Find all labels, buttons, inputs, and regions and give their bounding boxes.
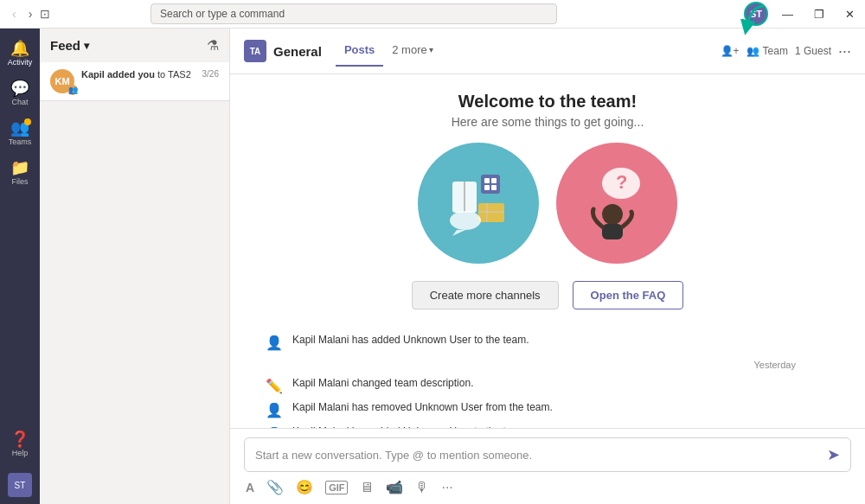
minimize-button[interactable]: — [775, 0, 800, 29]
feed-list-item[interactable]: KM 👥 Kapil added you to TAS2 3/26 [40, 62, 229, 101]
feed-item-content: Kapil added you to TAS2 [81, 69, 195, 80]
help-icon: ❓ [10, 431, 29, 447]
sidebar-item-help[interactable]: ❓ Help [2, 426, 38, 463]
team-icon: 👥 [746, 45, 759, 57]
gif-icon[interactable]: GIF [325, 481, 348, 494]
activity-item: 👤 Kapil Malani has removed Unknown User … [265, 398, 830, 422]
svg-rect-15 [602, 224, 623, 239]
sidebar-item-chat-label: Chat [11, 98, 28, 106]
title-bar: ‹ › ⊡ Search or type a command ST — ❐ ✕ [0, 0, 865, 29]
svg-point-10 [450, 211, 481, 230]
close-button[interactable]: ✕ [838, 0, 862, 29]
nav-back-button[interactable]: ‹ [9, 5, 20, 22]
header-right: 👤+ 👥 Team 1 Guest ··· [721, 42, 851, 61]
activity-text-1: Kapil Malani has added Unknown User to t… [292, 334, 529, 346]
teams-badge [24, 118, 31, 125]
main-content: TA General Posts 2 more ▾ 👤+ 👥 Team 1 Gu… [230, 29, 865, 504]
illustration-teal [418, 143, 539, 264]
feed-filter-button[interactable]: ⚗ [207, 37, 219, 54]
activity-add-icon: 👤 [265, 335, 284, 351]
channel-header: TA General Posts 2 more ▾ 👤+ 👥 Team 1 Gu… [230, 29, 865, 74]
screen-share-icon[interactable]: 🖥 [360, 480, 374, 495]
format-icon[interactable]: A [246, 481, 254, 494]
svg-marker-11 [452, 230, 465, 236]
activity-edit-icon: ✏️ [265, 378, 284, 394]
attach-icon[interactable]: 📎 [266, 479, 284, 495]
team-label-button[interactable]: 👥 Team [746, 45, 788, 57]
user-avatar[interactable]: ST [744, 2, 768, 26]
svg-rect-6 [491, 185, 497, 190]
video-icon[interactable]: 📹 [386, 479, 403, 495]
activity-list: 👤 Kapil Malani has added Unknown User to… [230, 330, 865, 428]
welcome-title: Welcome to the team! [458, 92, 637, 112]
add-person-icon: 👤+ [721, 45, 740, 57]
date-separator: Yesterday [265, 354, 830, 373]
restore-button[interactable]: ❐ [807, 0, 831, 29]
sidebar-item-files-label: Files [11, 177, 28, 186]
nav-forward-button[interactable]: › [25, 5, 36, 22]
action-buttons: Create more channels Open the FAQ [412, 281, 684, 309]
guest-count: 1 Guest [795, 45, 831, 57]
sidebar-item-files[interactable]: 📁 Files [2, 155, 38, 191]
title-bar-right: ST — ❐ ✕ [744, 0, 865, 29]
open-faq-button[interactable]: Open the FAQ [573, 281, 684, 309]
svg-rect-3 [484, 178, 490, 183]
sidebar-item-activity-label: Activity [8, 58, 33, 67]
activity-item: 👤 Kapil Malani has added Unknown User to… [265, 330, 830, 354]
activity-text-3: Kapil Malani has removed Unknown User fr… [292, 401, 553, 413]
feed-dropdown-icon[interactable]: ▾ [84, 40, 89, 52]
welcome-area: Welcome to the team! Here are some thing… [230, 74, 865, 428]
welcome-illustrations: ? [418, 143, 677, 264]
svg-rect-5 [484, 185, 490, 190]
compose-area: Start a new conversation. Type @ to ment… [230, 428, 865, 504]
team-label: Team [763, 45, 788, 57]
sidebar: 🔔 Activity 💬 Chat 👥 Teams 📁 Files ❓ Help [0, 29, 40, 504]
chat-icon: 💬 [10, 80, 29, 96]
channel-more-options-button[interactable]: ··· [838, 42, 851, 61]
nav-controls: ‹ › [0, 5, 40, 22]
search-bar[interactable]: Search or type a command [151, 3, 557, 24]
feed-item-avatar: KM 👥 [50, 69, 74, 93]
sidebar-item-teams[interactable]: 👥 Teams [2, 115, 38, 151]
feed-item-date: 3/26 [202, 69, 219, 79]
files-icon: 📁 [10, 160, 29, 175]
compose-box[interactable]: Start a new conversation. Type @ to ment… [244, 437, 851, 472]
feed-item-text: to TAS2 [157, 69, 191, 80]
activity-text-2: Kapil Malani changed team description. [292, 377, 473, 389]
add-member-button[interactable]: 👤+ [721, 45, 740, 57]
sidebar-item-chat[interactable]: 💬 Chat [2, 75, 38, 112]
feed-item-bold: Kapil added you [81, 69, 155, 80]
team-avatar: TA [244, 40, 266, 62]
channel-tabs: Posts 2 more ▾ [336, 35, 442, 67]
sidebar-item-activity[interactable]: 🔔 Activity [2, 35, 38, 72]
tab-more[interactable]: 2 more ▾ [383, 35, 441, 67]
svg-text:?: ? [616, 171, 627, 193]
channel-name: General [273, 44, 322, 59]
feed-title: Feed ▾ [50, 38, 89, 53]
illustration-pink: ? [556, 143, 677, 264]
activity-item: 👤 Kapil Malani has added Unknown User to… [265, 422, 830, 428]
feed-avatar-badge: 👥 [67, 85, 78, 95]
feed-header: Feed ▾ ⚗ [40, 29, 229, 62]
app-body: 🔔 Activity 💬 Chat 👥 Teams 📁 Files ❓ Help [0, 29, 865, 504]
svg-rect-2 [481, 175, 500, 194]
feed-panel: Feed ▾ ⚗ KM 👥 Kapil added you to TAS2 3/… [40, 29, 230, 504]
create-channels-button[interactable]: Create more channels [412, 281, 559, 309]
svg-rect-7 [478, 203, 504, 222]
new-tab-icon[interactable]: ⊡ [40, 7, 50, 21]
activity-icon: 🔔 [10, 41, 29, 56]
activity-item: ✏️ Kapil Malani changed team description… [265, 373, 830, 398]
sidebar-item-teams-label: Teams [9, 137, 32, 146]
search-placeholder: Search or type a command [160, 8, 285, 20]
compose-placeholder: Start a new conversation. Type @ to ment… [255, 449, 532, 462]
compose-toolbar: A 📎 😊 GIF 🖥 📹 🎙 ··· [244, 472, 851, 495]
svg-rect-4 [491, 178, 497, 183]
more-toolbar-icon[interactable]: ··· [441, 480, 452, 495]
user-store-icon[interactable]: ST [8, 473, 32, 497]
activity-remove-icon: 👤 [265, 402, 284, 418]
emoji-icon[interactable]: 😊 [296, 479, 313, 495]
audio-icon[interactable]: 🎙 [415, 480, 429, 495]
svg-point-14 [602, 204, 623, 225]
tab-posts[interactable]: Posts [336, 35, 383, 67]
compose-send-button[interactable]: ➤ [827, 445, 840, 464]
